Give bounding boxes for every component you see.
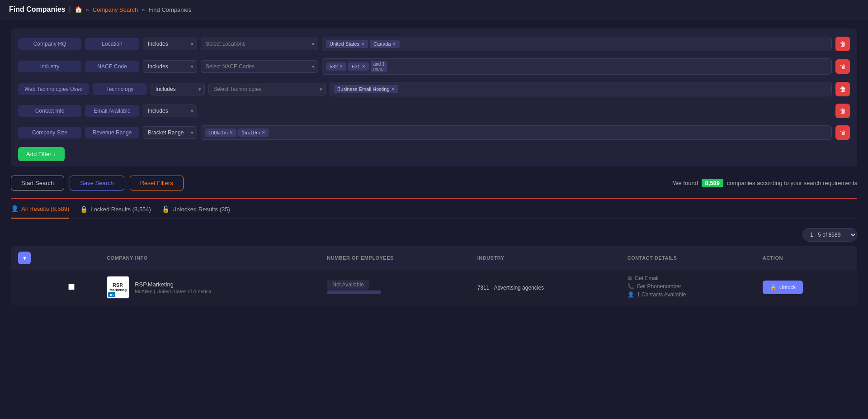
search-result-text: We found 8,589 companies according to yo… <box>673 180 857 186</box>
nace-select[interactable]: Select NACE Codes <box>201 60 318 73</box>
employees-not-available: Not Available <box>327 280 369 290</box>
company-details: RSP.Marketing McAllen | United States of… <box>135 281 211 294</box>
filter-row-1: Industry NACE Code Includes Excludes Sel… <box>18 56 850 77</box>
operator-select-0[interactable]: Includes Excludes <box>143 38 197 50</box>
th-company-info: COMPANY INFO <box>99 246 320 270</box>
lock-icon: 🔒 <box>770 284 777 290</box>
nace-select-wrapper[interactable]: Select NACE Codes <box>201 60 318 73</box>
tab-unlocked-results[interactable]: 🔓 Unlocked Results (35) <box>162 205 230 218</box>
tab-unlocked-icon: 🔓 <box>162 205 170 213</box>
top-bar: Find Companies | 🏠 » Company Search » Fi… <box>0 0 868 19</box>
th-expand: ▾ <box>11 246 61 270</box>
search-result-prefix: We found <box>673 180 698 186</box>
tech-select-wrapper[interactable]: Select Technologies <box>208 83 326 95</box>
row-checkbox[interactable] <box>68 284 75 290</box>
home-icon[interactable]: 🏠 <box>75 6 82 13</box>
filter-row-0: Company HQ Location Includes Excludes Se… <box>18 34 850 54</box>
page-title: Find Companies <box>9 5 65 14</box>
tag-582-remove[interactable]: × <box>340 63 343 70</box>
nace-tags: 582 × 631 × and 1more <box>322 58 832 75</box>
tag-business-email: Business Email Hosting × <box>334 85 398 93</box>
tag-us-remove[interactable]: × <box>361 41 364 47</box>
tag-canada: Canada × <box>370 40 400 48</box>
operator-select-wrapper-3[interactable]: Includes Excludes <box>143 105 197 117</box>
th-employees: NUMBER OF EMPLOYEES <box>320 246 470 270</box>
td-checkbox <box>61 270 99 305</box>
operator-select-wrapper-1[interactable]: Includes Excludes <box>143 60 197 73</box>
td-action: 🔒 Unlock <box>755 270 857 305</box>
operator-select-1[interactable]: Includes Excludes <box>143 60 197 73</box>
contact-available: 👤 1 Contacts Available <box>627 291 748 298</box>
unlock-button[interactable]: 🔒 Unlock <box>763 281 803 294</box>
company-info-cell: RSP. Marketing in RSP.Marketing McAllen … <box>107 276 312 299</box>
add-filter-button[interactable]: Add Filter + <box>18 147 65 161</box>
contacts-icon: 👤 <box>627 291 634 298</box>
tag-business-email-remove[interactable]: × <box>392 86 395 92</box>
email-icon: ✉ <box>627 275 632 281</box>
contact-get-email[interactable]: ✉ Get Email <box>627 275 748 281</box>
filter-category-contact-info: Contact Info <box>18 105 81 117</box>
delete-filter-1[interactable]: 🗑 <box>835 59 850 74</box>
filter-section: Company HQ Location Includes Excludes Se… <box>11 29 857 167</box>
operator-select-2[interactable]: Includes Excludes <box>151 83 205 95</box>
location-select[interactable]: Select Locations <box>201 38 318 50</box>
reset-filters-button[interactable]: Reset Filters <box>130 176 184 190</box>
operator-select-wrapper-0[interactable]: Includes Excludes <box>143 38 197 50</box>
table-header-row: ▾ COMPANY INFO NUMBER OF EMPLOYEES INDUS… <box>11 246 857 270</box>
location-tags: United States × Canada × <box>322 37 832 51</box>
start-search-button[interactable]: Start Search <box>11 176 64 190</box>
delete-filter-4[interactable]: 🗑 <box>835 125 850 140</box>
td-industry: 7311 - Advertising agencies <box>470 270 620 305</box>
operator-select-4[interactable]: Bracket Range Exact Range <box>143 126 197 139</box>
pagination-select[interactable]: 1 - 5 of 8589 6 - 10 of 8589 <box>802 228 857 242</box>
tab-unlocked-label: Unlocked Results (35) <box>172 206 230 213</box>
tag-us: United States × <box>326 40 368 48</box>
tech-select[interactable]: Select Technologies <box>208 83 326 95</box>
action-buttons-row: Start Search Save Search Reset Filters W… <box>11 176 857 199</box>
filter-sub-technology: Technology <box>93 83 147 95</box>
tag-1m-remove[interactable]: × <box>262 129 265 136</box>
tab-all-results[interactable]: 👤 All Results (8,589) <box>11 205 69 219</box>
td-contact-details: ✉ Get Email 📞 Get Phonenumber 👤 1 Contac… <box>620 270 755 305</box>
company-name: RSP.Marketing <box>135 281 211 288</box>
and-more-badge: and 1more <box>371 61 387 72</box>
delete-filter-2[interactable]: 🗑 <box>835 82 850 96</box>
tech-tags: Business Email Hosting × <box>330 82 832 96</box>
get-phone-label: Get Phonenumber <box>637 283 681 290</box>
tab-locked-label: Locked Results (8,554) <box>90 206 151 213</box>
contact-get-phone[interactable]: 📞 Get Phonenumber <box>627 283 748 290</box>
th-contact-details: CONTACT DETAILS <box>620 246 755 270</box>
operator-select-3[interactable]: Includes Excludes <box>143 105 197 117</box>
tag-582: 582 × <box>326 62 346 71</box>
th-industry: INDUSTRY <box>470 246 620 270</box>
operator-select-wrapper-2[interactable]: Includes Excludes <box>151 83 205 95</box>
operator-select-wrapper-4[interactable]: Bracket Range Exact Range <box>143 126 197 139</box>
employees-bar <box>327 290 381 294</box>
save-search-button[interactable]: Save Search <box>70 176 124 190</box>
tag-100k-remove[interactable]: × <box>230 129 233 136</box>
revenue-tags: 100k-1m × 1m-10m × <box>201 125 832 140</box>
breadcrumb-arrow-2: » <box>142 6 145 13</box>
result-count-badge: 8,589 <box>702 179 724 187</box>
expand-all-button[interactable]: ▾ <box>18 252 31 264</box>
filter-category-company-size: Company Size <box>18 127 81 138</box>
delete-filter-3[interactable]: 🗑 <box>835 104 850 118</box>
filter-row-3: Contact Info Email Available Includes Ex… <box>18 101 850 121</box>
tab-all-icon: 👤 <box>11 205 19 212</box>
company-logo: RSP. Marketing in <box>107 276 129 299</box>
phone-icon: 📞 <box>627 283 634 290</box>
tag-631-remove[interactable]: × <box>362 63 365 70</box>
tab-locked-icon: 🔒 <box>80 205 88 213</box>
filter-sub-nace: NACE Code <box>85 61 139 72</box>
industry-text: 7311 - Advertising agencies <box>477 285 544 291</box>
tag-631: 631 × <box>348 62 368 71</box>
td-expand <box>11 270 61 305</box>
breadcrumb-company-search[interactable]: Company Search <box>93 6 138 13</box>
tag-canada-remove[interactable]: × <box>393 41 396 47</box>
tab-locked-results[interactable]: 🔒 Locked Results (8,554) <box>80 205 151 218</box>
tag-1m: 1m-10m × <box>238 129 269 137</box>
delete-filter-0[interactable]: 🗑 <box>835 37 850 51</box>
location-select-wrapper[interactable]: Select Locations <box>201 38 318 50</box>
filter-category-web-tech: Web Technologies Used <box>18 83 89 95</box>
filter-sub-email: Email Available <box>85 105 139 117</box>
